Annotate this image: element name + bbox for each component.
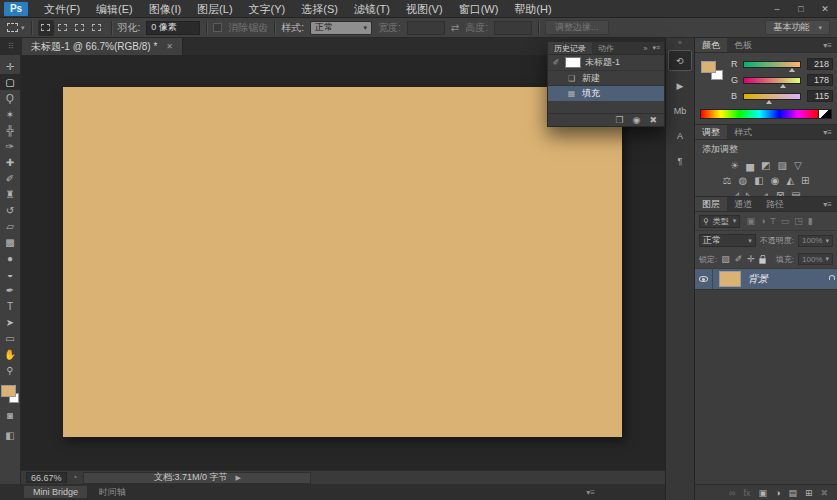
slider-thumb[interactable] xyxy=(766,100,772,104)
screen-mode-button[interactable]: ◧ xyxy=(0,427,21,443)
rectangular-marquee-tool[interactable]: ▢ xyxy=(0,74,21,90)
menu-item[interactable]: 文字(Y) xyxy=(241,0,294,18)
new-selection-mode-button[interactable] xyxy=(38,20,54,36)
filter-shape-layers-icon[interactable]: ▭ xyxy=(781,216,790,226)
quick-mask-button[interactable]: ◙ xyxy=(0,407,21,423)
filter-adjustment-layers-icon[interactable]: ◑ xyxy=(760,216,765,226)
maximize-button[interactable]: □ xyxy=(789,0,813,18)
swap-width-height-icon[interactable]: ⇄ xyxy=(451,22,459,33)
document-canvas[interactable] xyxy=(63,87,622,437)
color-balance-icon[interactable]: ◍ xyxy=(738,175,747,186)
add-layer-mask-button[interactable]: ▣ xyxy=(758,488,767,498)
lock-transparency-icon[interactable]: ▨ xyxy=(721,254,730,264)
subtract-from-selection-mode-button[interactable] xyxy=(72,20,88,36)
tab-channels[interactable]: 通道 xyxy=(727,197,759,211)
close-button[interactable]: ✕ xyxy=(813,0,837,18)
menu-item[interactable]: 文件(F) xyxy=(36,0,88,18)
tool-preset-picker[interactable]: ▾ xyxy=(7,23,25,32)
menu-item[interactable]: 编辑(E) xyxy=(88,0,141,18)
lock-paint-icon[interactable]: ✐ xyxy=(735,254,743,264)
quick-selection-tool[interactable]: ✶ xyxy=(0,106,21,122)
lock-position-icon[interactable]: ✛ xyxy=(747,254,755,264)
slider-thumb[interactable] xyxy=(789,68,795,72)
refine-edge-button[interactable]: 调整边缘... xyxy=(545,20,609,35)
channel-value-input[interactable]: 218 xyxy=(807,58,833,70)
brightness-contrast-icon[interactable]: ☀ xyxy=(730,160,739,171)
channel-mixer-icon[interactable]: ◭ xyxy=(786,175,794,186)
history-step-row[interactable]: ▦ 填充 xyxy=(548,86,664,101)
channel-slider[interactable] xyxy=(743,61,801,68)
layer-filter-kind-select[interactable]: ⚲ 类型 ▾ xyxy=(699,215,740,228)
style-select[interactable]: 正常 ▾ xyxy=(310,21,372,35)
black-white-cells[interactable] xyxy=(819,109,832,119)
filter-type-layers-icon[interactable]: T xyxy=(770,216,776,226)
filter-switch-icon[interactable]: ▮ xyxy=(808,216,813,226)
blend-mode-select[interactable]: 正常 ▾ xyxy=(699,234,756,247)
vibrance-icon[interactable]: ▽ xyxy=(794,160,802,171)
fill-input[interactable]: 100% ▾ xyxy=(798,253,833,265)
move-tool[interactable]: ✛ xyxy=(0,58,21,74)
width-input[interactable] xyxy=(407,21,445,35)
close-tab-icon[interactable]: ✕ xyxy=(166,42,173,51)
layer-row[interactable]: 背景 xyxy=(695,268,837,290)
workspace-switcher[interactable]: 基本功能 ▾ xyxy=(765,20,830,35)
document-tab[interactable]: 未标题-1 @ 66.7%(RGB/8) * ✕ xyxy=(22,38,183,55)
black-white-icon[interactable]: ◧ xyxy=(754,175,763,186)
photo-filter-icon[interactable]: ◉ xyxy=(771,175,780,186)
pen-tool[interactable]: ✒ xyxy=(0,282,21,298)
menu-item[interactable]: 视图(V) xyxy=(398,0,451,18)
curves-icon[interactable]: ◩ xyxy=(761,160,770,171)
visibility-cell[interactable] xyxy=(695,269,713,289)
minimize-button[interactable]: – xyxy=(765,0,789,18)
channel-value-input[interactable]: 178 xyxy=(807,74,833,86)
history-panel-button[interactable]: ⟲ xyxy=(668,50,692,71)
history-step-row[interactable]: ❏ 新建 xyxy=(548,71,664,86)
character-panel-button[interactable]: A xyxy=(668,125,692,146)
channel-slider[interactable] xyxy=(743,77,801,84)
document-info[interactable]: 文档:3.71M/0 字节 ▶ xyxy=(83,472,311,484)
hand-tool[interactable]: ✋ xyxy=(0,346,21,362)
filter-smart-objects-icon[interactable]: ◳ xyxy=(794,216,803,226)
foreground-color-swatch[interactable] xyxy=(1,385,16,397)
opacity-input[interactable]: 100% ▾ xyxy=(798,235,833,247)
layer-thumbnail[interactable] xyxy=(719,271,741,287)
new-group-button[interactable]: ▤ xyxy=(788,488,797,498)
tab-adjustments[interactable]: 调整 xyxy=(695,125,727,139)
tab-actions[interactable]: 动作 xyxy=(592,42,620,54)
lasso-tool[interactable]: Ϙ xyxy=(0,90,21,106)
height-input[interactable] xyxy=(494,21,532,35)
gradient-tool[interactable]: ▩ xyxy=(0,234,21,250)
type-tool[interactable]: T xyxy=(0,298,21,314)
menu-item[interactable]: 帮助(H) xyxy=(506,0,559,18)
history-brush-source-icon[interactable]: ✐ xyxy=(551,58,561,67)
color-spectrum-ramp[interactable] xyxy=(700,109,819,119)
dodge-tool[interactable]: ◒ xyxy=(0,266,21,282)
status-menu-arrow-icon[interactable]: ▶ xyxy=(235,474,240,482)
path-selection-tool[interactable]: ➤ xyxy=(0,314,21,330)
new-adjustment-layer-button[interactable]: ◑ xyxy=(775,488,780,498)
menu-item[interactable]: 选择(S) xyxy=(293,0,346,18)
delete-state-button[interactable]: ✖ xyxy=(649,115,657,125)
healing-brush-tool[interactable]: ✚ xyxy=(0,154,21,170)
slider-thumb[interactable] xyxy=(780,84,786,88)
blur-tool[interactable]: ● xyxy=(0,250,21,266)
menu-item[interactable]: 图层(L) xyxy=(189,0,240,18)
new-document-from-state-button[interactable]: ❐ xyxy=(616,115,624,125)
feather-input[interactable]: 0 像素 xyxy=(146,21,200,35)
link-layers-button[interactable]: ∞ xyxy=(729,488,735,498)
new-layer-button[interactable]: ⊞ xyxy=(805,488,813,498)
paragraph-panel-button[interactable]: ¶ xyxy=(668,150,692,171)
exposure-icon[interactable]: ▨ xyxy=(777,160,786,171)
expand-panel-icon[interactable]: » xyxy=(643,45,647,52)
panel-menu-icon[interactable]: ▾≡ xyxy=(586,488,595,497)
eraser-tool[interactable]: ▱ xyxy=(0,218,21,234)
menu-item[interactable]: 窗口(W) xyxy=(451,0,507,18)
channel-slider[interactable] xyxy=(743,93,801,100)
delete-layer-button[interactable]: ✖ xyxy=(820,488,828,498)
tab-history[interactable]: 历史记录 xyxy=(548,42,592,54)
tab-timeline[interactable]: 时间轴 xyxy=(90,485,135,500)
add-to-selection-mode-button[interactable] xyxy=(55,20,71,36)
antialias-checkbox[interactable] xyxy=(213,23,222,32)
clone-stamp-tool[interactable]: ♜ xyxy=(0,186,21,202)
actions-panel-button[interactable]: ▶ xyxy=(668,75,692,96)
